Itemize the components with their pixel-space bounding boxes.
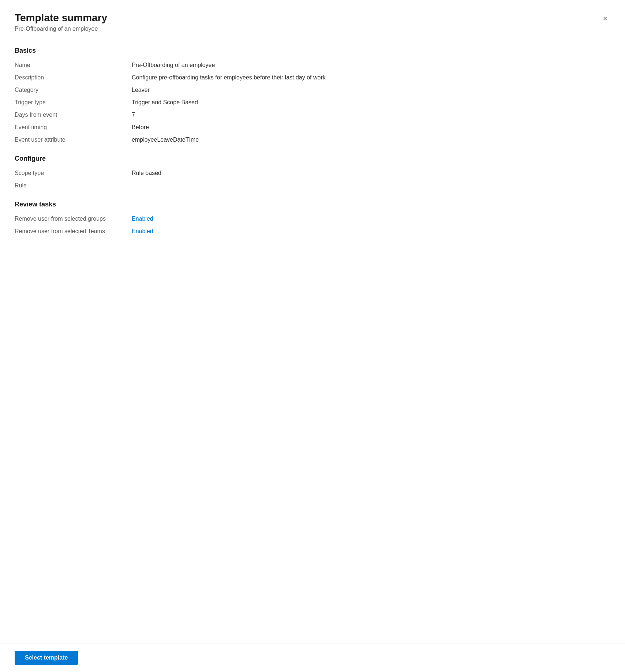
field-value-remove-groups: Enabled <box>132 216 610 222</box>
field-value-trigger-type: Trigger and Scope Based <box>132 99 610 106</box>
field-value-scope-type: Rule based <box>132 170 610 176</box>
field-value-category: Leaver <box>132 87 610 93</box>
field-row-event-user-attribute: Event user attribute employeeLeaveDateTI… <box>15 137 610 143</box>
field-label-remove-teams: Remove user from selected Teams <box>15 228 132 235</box>
field-row-event-timing: Event timing Before <box>15 124 610 131</box>
field-label-rule: Rule <box>15 182 132 189</box>
field-label-remove-groups: Remove user from selected groups <box>15 216 132 222</box>
configure-heading: Configure <box>15 155 610 163</box>
basics-section: Basics Name Pre-Offboarding of an employ… <box>15 47 610 143</box>
field-row-scope-type: Scope type Rule based <box>15 170 610 176</box>
field-label-description: Description <box>15 74 132 81</box>
field-label-category: Category <box>15 87 132 93</box>
field-label-trigger-type: Trigger type <box>15 99 132 106</box>
field-value-event-timing: Before <box>132 124 610 131</box>
field-value-remove-teams: Enabled <box>132 228 610 235</box>
field-row-days-from-event: Days from event 7 <box>15 112 610 118</box>
field-value-description: Configure pre-offboarding tasks for empl… <box>132 74 610 81</box>
field-row-description: Description Configure pre-offboarding ta… <box>15 74 610 81</box>
basics-heading: Basics <box>15 47 610 55</box>
modal-content: Basics Name Pre-Offboarding of an employ… <box>0 38 625 643</box>
header-text-block: Template summary Pre-Offboarding of an e… <box>15 12 107 32</box>
field-label-days-from-event: Days from event <box>15 112 132 118</box>
field-value-days-from-event: 7 <box>132 112 610 118</box>
close-icon: × <box>603 14 607 23</box>
modal-title: Template summary <box>15 12 107 24</box>
modal-subtitle: Pre-Offboarding of an employee <box>15 26 107 32</box>
field-label-event-user-attribute: Event user attribute <box>15 137 132 143</box>
field-row-name: Name Pre-Offboarding of an employee <box>15 62 610 68</box>
field-row-remove-teams: Remove user from selected Teams Enabled <box>15 228 610 235</box>
field-label-name: Name <box>15 62 132 68</box>
modal-footer: Select template <box>0 643 625 672</box>
select-template-button[interactable]: Select template <box>15 651 78 665</box>
select-template-label: Select template <box>25 654 68 661</box>
field-row-category: Category Leaver <box>15 87 610 93</box>
field-value-event-user-attribute: employeeLeaveDateTIme <box>132 137 610 143</box>
modal-container: Template summary Pre-Offboarding of an e… <box>0 0 625 672</box>
review-tasks-section: Review tasks Remove user from selected g… <box>15 201 610 235</box>
field-row-rule: Rule <box>15 182 610 189</box>
field-row-remove-groups: Remove user from selected groups Enabled <box>15 216 610 222</box>
review-tasks-heading: Review tasks <box>15 201 610 208</box>
field-label-scope-type: Scope type <box>15 170 132 176</box>
field-row-trigger-type: Trigger type Trigger and Scope Based <box>15 99 610 106</box>
close-button[interactable]: × <box>600 13 610 24</box>
configure-section: Configure Scope type Rule based Rule <box>15 155 610 189</box>
field-label-event-timing: Event timing <box>15 124 132 131</box>
modal-header: Template summary Pre-Offboarding of an e… <box>0 0 625 38</box>
field-value-name: Pre-Offboarding of an employee <box>132 62 610 68</box>
